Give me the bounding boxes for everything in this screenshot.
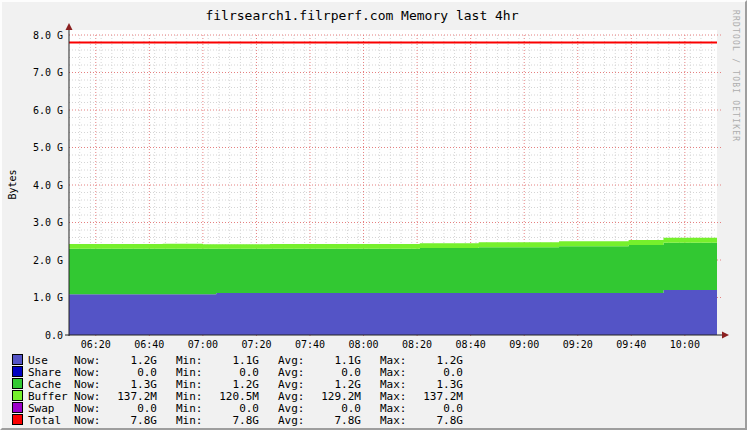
- legend-swatch-swap: [12, 402, 23, 413]
- x-tick-label: 06:40: [134, 339, 164, 350]
- area-use: [69, 290, 717, 335]
- y-tick-label: 7.0 G: [33, 67, 63, 78]
- y-tick-label: 4.0 G: [33, 180, 63, 191]
- legend-swatch-share: [12, 366, 23, 377]
- legend-row-share: ShareNow:0.0Min:0.0Avg:0.0Max:0.0: [2, 366, 747, 378]
- legend-key-now: Now:: [74, 415, 107, 427]
- legend-value-avg: 7.8G: [311, 415, 361, 427]
- y-tick-label: 1.0 G: [33, 292, 63, 303]
- legend-key-max: Max:: [380, 415, 413, 427]
- rrdtool-graph-window: filrsearch1.filrperf.com Memory last 4hr…: [0, 0, 747, 430]
- legend: UseNow:1.2GMin:1.1GAvg:1.1GMax:1.2G Shar…: [2, 354, 747, 426]
- x-tick-label: 07:40: [295, 339, 325, 350]
- legend-row-cache: CacheNow:1.3GMin:1.2GAvg:1.2GMax:1.3G: [2, 378, 747, 390]
- legend-label-total: Total: [28, 415, 74, 427]
- x-tick-label: 07:20: [241, 339, 271, 350]
- x-tick-label: 09:20: [563, 339, 593, 350]
- legend-swatch-total: [12, 414, 23, 425]
- legend-swatch-buffer: [12, 390, 23, 401]
- area-cache: [69, 242, 717, 294]
- legend-key-avg: Avg:: [278, 415, 311, 427]
- x-axis-arrow: [722, 332, 729, 339]
- legend-swatch-cache: [12, 378, 23, 389]
- legend-row-swap: SwapNow:0.0Min:0.0Avg:0.0Max:0.0: [2, 402, 747, 414]
- legend-row-use: UseNow:1.2GMin:1.1GAvg:1.1GMax:1.2G: [2, 354, 747, 366]
- legend-value-min: 7.8G: [209, 415, 259, 427]
- x-tick-label: 08:20: [402, 339, 432, 350]
- x-tick-label: 09:00: [509, 339, 539, 350]
- legend-swatch-use: [12, 354, 23, 365]
- y-axis-arrow: [66, 23, 73, 30]
- y-tick-label: 0.0: [45, 330, 63, 341]
- x-tick-label: 07:00: [188, 339, 218, 350]
- legend-row-buffer: BufferNow:137.2MMin:120.5MAvg:129.2MMax:…: [2, 390, 747, 402]
- x-tick-label: 08:40: [456, 339, 486, 350]
- legend-key-min: Min:: [176, 415, 209, 427]
- y-tick-label: 5.0 G: [33, 142, 63, 153]
- y-tick-label: 8.0 G: [33, 30, 63, 41]
- legend-value-max: 7.8G: [413, 415, 463, 427]
- x-tick-label: 06:20: [81, 339, 111, 350]
- y-tick-label: 6.0 G: [33, 105, 63, 116]
- y-tick-label: 2.0 G: [33, 255, 63, 266]
- x-tick-label: 10:00: [670, 339, 700, 350]
- legend-value-now: 7.8G: [107, 415, 157, 427]
- legend-row-total: TotalNow:7.8GMin:7.8GAvg:7.8GMax:7.8G: [2, 414, 747, 426]
- x-tick-label: 09:40: [616, 339, 646, 350]
- y-tick-label: 3.0 G: [33, 217, 63, 228]
- x-tick-label: 08:00: [348, 339, 378, 350]
